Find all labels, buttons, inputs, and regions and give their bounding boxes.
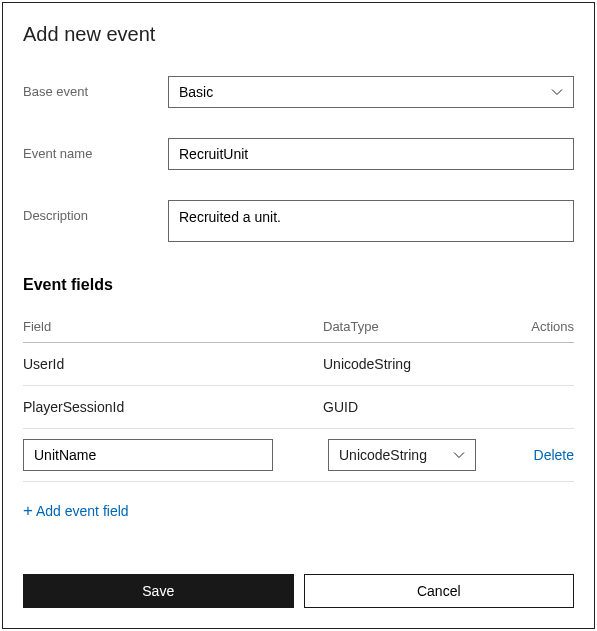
header-actions: Actions: [493, 319, 574, 334]
field-name: PlayerSessionId: [23, 399, 323, 415]
description-label: Description: [23, 200, 168, 223]
field-name: UserId: [23, 356, 323, 372]
field-datatype: UnicodeString: [323, 356, 493, 372]
add-field-label: Add event field: [36, 503, 129, 519]
table-row: UserId UnicodeString: [23, 343, 574, 386]
event-fields-title: Event fields: [23, 276, 574, 294]
base-event-label: Base event: [23, 76, 168, 99]
datatype-select[interactable]: UnicodeString: [328, 439, 476, 471]
delete-link[interactable]: Delete: [498, 447, 574, 463]
description-input[interactable]: [168, 200, 574, 242]
table-row: PlayerSessionId GUID: [23, 386, 574, 429]
plus-icon: +: [23, 502, 33, 519]
base-event-select[interactable]: Basic: [168, 76, 574, 108]
chevron-down-icon: [551, 86, 563, 98]
field-name-input[interactable]: [23, 439, 273, 471]
cancel-button[interactable]: Cancel: [304, 574, 575, 608]
add-event-field-link[interactable]: + Add event field: [23, 502, 574, 519]
event-name-input[interactable]: [168, 138, 574, 170]
save-button[interactable]: Save: [23, 574, 294, 608]
page-title: Add new event: [23, 23, 574, 46]
base-event-value: Basic: [179, 84, 213, 100]
chevron-down-icon: [453, 449, 465, 461]
event-name-label: Event name: [23, 138, 168, 161]
table-header: Field DataType Actions: [23, 319, 574, 343]
table-row: UnicodeString Delete: [23, 429, 574, 482]
field-datatype: GUID: [323, 399, 493, 415]
header-datatype: DataType: [323, 319, 493, 334]
datatype-value: UnicodeString: [339, 447, 427, 463]
header-field: Field: [23, 319, 323, 334]
